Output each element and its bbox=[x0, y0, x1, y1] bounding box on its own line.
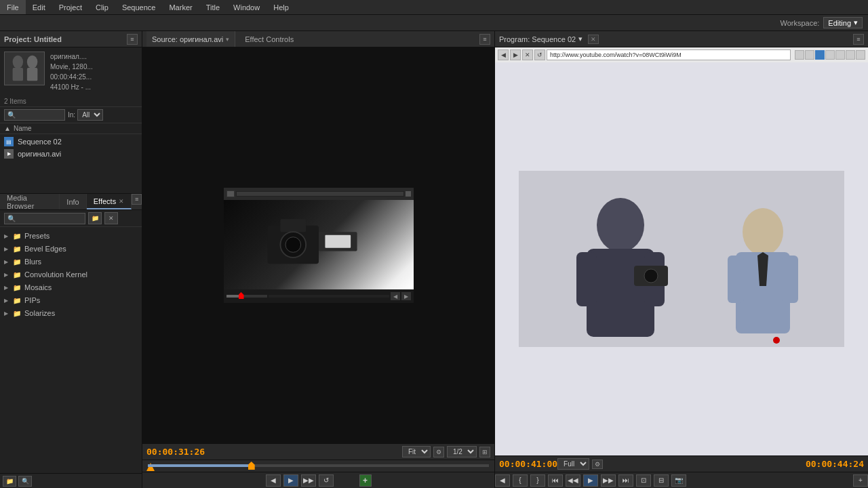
bb1[interactable]: ◀ bbox=[391, 292, 400, 300]
program-close-btn[interactable]: ✕ bbox=[588, 35, 599, 44]
source-play-btn transport-btn play[interactable]: ▶ bbox=[283, 474, 298, 487]
tab-media-browser[interactable]: Media Browser bbox=[0, 194, 60, 209]
bottom-bar-spacer bbox=[269, 295, 389, 298]
tree-bevel-folder-icon: 📁 bbox=[12, 244, 22, 253]
tree-pips-arrow: ▶ bbox=[4, 298, 8, 304]
menu-sequence[interactable]: Sequence bbox=[115, 0, 163, 14]
program-fit-select[interactable]: Full bbox=[557, 458, 589, 470]
program-step-fwd[interactable]: ▶▶ bbox=[601, 474, 616, 487]
browser-stop-btn[interactable]: ✕ bbox=[522, 49, 533, 60]
program-panel-menu[interactable]: ≡ bbox=[853, 34, 864, 45]
program-extract-btn[interactable]: ⊟ bbox=[654, 474, 669, 487]
project-in-select[interactable]: All bbox=[77, 109, 103, 121]
source-fit-select[interactable]: Fit bbox=[402, 446, 431, 458]
effects-find-btn[interactable]: 🔍 bbox=[18, 476, 32, 487]
tree-pips-header[interactable]: ▶ 📁 PIPs bbox=[0, 294, 142, 306]
program-out-btn[interactable]: } bbox=[530, 474, 545, 487]
tree-solarizes-header[interactable]: ▶ 📁 Solarizes bbox=[0, 307, 142, 319]
source-loop-btn[interactable]: ↺ bbox=[319, 474, 334, 487]
tree-bevel-header[interactable]: ▶ 📁 Bevel Edges bbox=[0, 243, 142, 255]
program-step-back[interactable]: ◀◀ bbox=[566, 474, 580, 487]
svg-rect-0 bbox=[5, 52, 44, 85]
workspace-selector[interactable]: Editing ▾ bbox=[823, 17, 863, 28]
browser-icon-1[interactable] bbox=[795, 50, 804, 60]
program-play-btn[interactable]: ▶ bbox=[583, 474, 598, 487]
menu-help[interactable]: Help bbox=[267, 0, 296, 14]
program-panel-title: Program: Sequence 02 bbox=[499, 35, 576, 43]
program-in-btn[interactable]: { bbox=[513, 474, 528, 487]
source-step-back-btn[interactable]: ◀ bbox=[266, 474, 281, 487]
effects-panel: Media Browser Info Effects ✕ ≡ 📁 ✕ ▶ 📁 bbox=[0, 194, 142, 488]
program-camera-btn[interactable]: 📷 bbox=[671, 474, 686, 487]
browser-icon-4[interactable] bbox=[825, 50, 835, 60]
program-panel: Program: Sequence 02 ▾ ✕ ≡ ◀ ▶ ✕ ↺ http:… bbox=[495, 31, 868, 488]
project-items-count: 2 Items bbox=[0, 96, 142, 107]
source-progress-bar[interactable] bbox=[142, 460, 494, 472]
project-item-video[interactable]: ▶ оригинал.avi bbox=[0, 148, 142, 160]
menu-clip[interactable]: Clip bbox=[89, 0, 115, 14]
program-settings-btn[interactable]: ⚙ bbox=[592, 460, 603, 469]
project-panel-controls: ≡ bbox=[127, 34, 138, 45]
menu-file[interactable]: File bbox=[0, 0, 26, 14]
tree-convolution-header[interactable]: ▶ 📁 Convolution Kernel bbox=[0, 268, 142, 281]
browser-icon-6[interactable] bbox=[846, 50, 855, 60]
effects-new-bin-btn[interactable]: 📁 bbox=[88, 212, 102, 224]
tree-solarizes-arrow: ▶ bbox=[4, 310, 8, 317]
project-search-bar: In: All bbox=[0, 107, 142, 123]
source-plus-btn[interactable]: + bbox=[359, 474, 372, 487]
menu-project[interactable]: Project bbox=[52, 0, 89, 14]
project-items-list: ▤ Sequence 02 ▶ оригинал.avi bbox=[0, 134, 142, 161]
source-panel-menu[interactable]: ≡ bbox=[479, 34, 490, 45]
source-viewer: ◀ ▶ bbox=[142, 47, 494, 443]
program-video-area bbox=[495, 62, 868, 455]
program-shuttle-left[interactable]: ◀ bbox=[495, 474, 510, 487]
program-lift-btn[interactable]: ⊡ bbox=[636, 474, 651, 487]
program-prev-edit[interactable]: ⏮ bbox=[548, 474, 563, 487]
seq-icon-shape: ▤ bbox=[4, 137, 14, 146]
source-quality-select[interactable]: 1/2 bbox=[447, 446, 477, 458]
effects-delete-btn[interactable]: ✕ bbox=[104, 212, 118, 224]
menu-title[interactable]: Title bbox=[199, 0, 226, 14]
tree-presets-header[interactable]: ▶ 📁 Presets bbox=[0, 230, 142, 242]
tab-effects[interactable]: Effects ✕ bbox=[87, 194, 132, 209]
program-add-btn[interactable]: + bbox=[853, 474, 868, 487]
menubar: File Edit Project Clip Sequence Marker T… bbox=[0, 0, 868, 15]
sequence-icon: ▤ bbox=[4, 137, 14, 146]
project-item-sequence[interactable]: ▤ Sequence 02 bbox=[0, 136, 142, 148]
svg-point-3 bbox=[27, 56, 37, 68]
program-controls-right: Full ⚙ bbox=[557, 458, 603, 470]
source-tab[interactable]: Source: оригинал.avi ▾ bbox=[146, 31, 235, 47]
project-panel-menu-btn[interactable]: ≡ bbox=[127, 34, 138, 45]
bb2[interactable]: ▶ bbox=[401, 292, 411, 300]
browser-icon-2[interactable] bbox=[805, 50, 814, 60]
browser-fwd-btn[interactable]: ▶ bbox=[510, 49, 521, 60]
project-sort-icon: ▲ bbox=[4, 125, 11, 132]
browser-back-btn[interactable]: ◀ bbox=[498, 49, 509, 60]
browser-icon-5[interactable] bbox=[835, 50, 845, 60]
tree-mosaics-header[interactable]: ▶ 📁 Mosaics bbox=[0, 281, 142, 293]
program-viewer: ◀ ▶ ✕ ↺ http://www.youtube.com/watch?v=0… bbox=[495, 47, 868, 455]
source-panel-header: Source: оригинал.avi ▾ Effect Controls ≡ bbox=[142, 31, 494, 47]
source-safe-btn[interactable]: ⊞ bbox=[479, 447, 490, 458]
browser-refresh-btn[interactable]: ↺ bbox=[534, 49, 545, 60]
source-settings-btn[interactable]: ⚙ bbox=[433, 447, 444, 458]
source-step-fwd-btn[interactable]: ▶▶ bbox=[301, 474, 316, 487]
svg-rect-22 bbox=[782, 256, 798, 303]
effects-new-folder-btn[interactable]: 📁 bbox=[3, 476, 16, 487]
effects-search-input[interactable] bbox=[4, 213, 85, 224]
menu-window[interactable]: Window bbox=[226, 0, 267, 14]
tree-blurs-header[interactable]: ▶ 📁 Blurs bbox=[0, 256, 142, 268]
browser-icon-3[interactable] bbox=[815, 50, 825, 60]
effect-controls-tab[interactable]: Effect Controls bbox=[239, 31, 299, 47]
tab-info[interactable]: Info bbox=[60, 194, 86, 209]
svg-rect-15 bbox=[576, 252, 597, 306]
effects-panel-menu[interactable]: ≡ bbox=[132, 194, 142, 205]
effects-tabs-bar: Media Browser Info Effects ✕ ≡ bbox=[0, 194, 142, 210]
effects-tab-close[interactable]: ✕ bbox=[119, 198, 124, 205]
menu-marker[interactable]: Marker bbox=[162, 0, 199, 14]
browser-url-bar[interactable]: http://www.youtube.com/watch?v=08WCt9iWi… bbox=[547, 49, 791, 60]
program-next-edit[interactable]: ⏭ bbox=[618, 474, 633, 487]
browser-icon-7[interactable] bbox=[856, 50, 865, 60]
project-search-input[interactable] bbox=[4, 109, 65, 121]
menu-edit[interactable]: Edit bbox=[26, 0, 52, 14]
